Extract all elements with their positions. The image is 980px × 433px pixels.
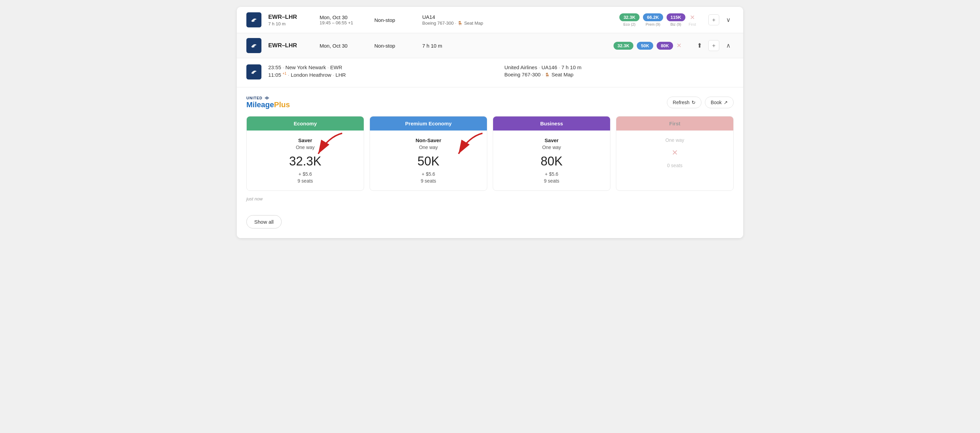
flight-number-1: UA14 Boeing 767-300 · 🪑 Seat Map [422,14,484,26]
badges-area-2: 32.3K 50K 80K ✕ [614,42,682,50]
flight-row-1: EWR–LHR 7 h 10 m Mon, Oct 30 19:45 – 06:… [237,7,743,33]
badge-prem-1[interactable]: 66.2K Prem (9) [643,13,663,26]
timestamp: just now [247,196,733,201]
badges-area-1: 32.3K Eco (2) 66.2K Prem (9) 115K Biz (9… [619,13,696,26]
collapse-button-2[interactable]: ∧ [723,40,733,51]
badge-biz-2[interactable]: 80K [657,42,673,50]
flight-stops-1: Non-stop [374,17,415,23]
mp-logo: UNITED MileagePlus [247,96,290,109]
mileageplus-section: UNITED MileagePlus Refresh ↻ Book ↗ [237,87,743,238]
badge-eco-1[interactable]: 32.3K Eco (2) [619,13,640,26]
badge-x-2: ✕ [676,42,682,50]
airline-logo-1 [247,12,261,27]
flight-detail-row: 23:55 · New York Newark · EWR 11:05 +1 ·… [237,58,743,87]
flight-stops-2: Non-stop [374,43,415,49]
cabin-card-premium[interactable]: Premium Economy Non-Saver One way 50K + … [369,116,487,191]
badge-prem-2[interactable]: 50K [637,42,653,50]
add-button-1[interactable]: ＋ [708,14,719,26]
badge-biz-1[interactable]: 115K Biz (9) [667,13,686,26]
airline-logo-2 [247,38,261,53]
flight-route-2: EWR–LHR [268,42,313,49]
show-all-container: Show all [247,208,733,228]
flight-duration-2: 7 h 10 m [422,43,484,49]
cabin-card-business[interactable]: Business Saver One way 80K + $5.6 9 seat… [493,116,611,191]
cabin-header-first: First [616,117,733,131]
flight-route-1: EWR–LHR 7 h 10 m [268,14,313,26]
cabin-header-business: Business [493,117,610,131]
cabin-card-economy[interactable]: Economy Saver One way 32.3K + $5.6 9 sea… [247,116,364,191]
badge-eco-2[interactable]: 32.3K [614,42,634,50]
airline-logo-detail [247,64,261,80]
add-button-2[interactable]: ＋ [708,40,719,51]
cabin-card-first: First One way ✕ 0 seats [616,116,733,191]
cabin-cards: Economy Saver One way 32.3K + $5.6 9 sea… [247,116,733,191]
cabin-body-business: Saver One way 80K + $5.6 9 seats [493,131,610,190]
badge-first-1: ✕ First [689,14,696,26]
detail-right: United Airlines · UA146 · 7 h 10 m Boein… [504,64,733,77]
book-button[interactable]: Book ↗ [705,97,733,108]
cabin-body-premium: Non-Saver One way 50K + $5.6 9 seats [370,131,487,190]
mp-actions: Refresh ↻ Book ↗ [667,97,733,108]
route-duration-1: 7 h 10 m [268,21,313,26]
cabin-body-economy: Saver One way 32.3K + $5.6 9 seats [247,131,364,190]
action-icons-1: ＋ ∨ [708,14,733,26]
share-button-2[interactable]: ⬆ [694,40,705,51]
flight-date-1: Mon, Oct 30 19:45 – 06:55 +1 [320,14,368,26]
refresh-button[interactable]: Refresh ↻ [667,97,702,108]
expand-button-1[interactable]: ∨ [723,14,733,26]
detail-left: 23:55 · New York Newark · EWR 11:05 +1 ·… [268,64,498,78]
flight-date-2: Mon, Oct 30 [320,43,368,49]
main-container: EWR–LHR 7 h 10 m Mon, Oct 30 19:45 – 06:… [237,7,743,238]
cabin-header-premium: Premium Economy [370,117,487,131]
depart-info: 23:55 · New York Newark · EWR 11:05 +1 ·… [268,64,498,78]
cabin-header-economy: Economy [247,117,364,131]
cabin-cards-container: Economy Saver One way 32.3K + $5.6 9 sea… [247,116,733,191]
mp-header: UNITED MileagePlus Refresh ↻ Book ↗ [247,96,733,109]
route-code-1: EWR–LHR [268,14,313,21]
cabin-body-first: One way ✕ 0 seats [616,131,733,185]
flight-row-2-header: EWR–LHR Mon, Oct 30 Non-stop 7 h 10 m 32… [237,33,743,58]
aircraft-info-1: Boeing 767-300 · 🪑 Seat Map [422,21,484,26]
show-all-button[interactable]: Show all [247,215,282,228]
action-icons-2: ⬆ ＋ ∧ [694,40,733,51]
